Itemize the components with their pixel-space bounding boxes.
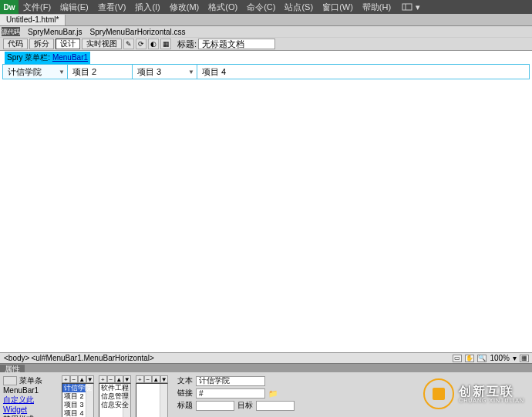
menu-file[interactable]: 文件(F): [19, 0, 56, 14]
add-item-button[interactable]: +: [62, 375, 70, 383]
menubar-item-1[interactable]: 计信学院▼: [3, 65, 68, 79]
related-file-css[interactable]: SpryMenuBarHorizontal.css: [90, 28, 186, 36]
title-input[interactable]: [198, 39, 275, 49]
text-field-label: 文本: [177, 375, 193, 386]
browse-icon[interactable]: ◐: [148, 39, 159, 49]
top-menu: 文件(F) 编辑(E) 查看(V) 插入(I) 修改(M) 格式(O) 命令(C…: [19, 0, 396, 14]
move-up-button[interactable]: ▲: [78, 375, 86, 383]
disable-styles-label[interactable]: 禁用样式: [3, 414, 57, 417]
grid-icon[interactable]: ▦: [520, 355, 529, 362]
watermark-logo-icon: [423, 378, 454, 409]
chevron-down-icon: ▼: [188, 69, 194, 76]
related-file-js[interactable]: SpryMenuBar.js: [28, 28, 82, 36]
menu-view[interactable]: 查看(V): [93, 0, 131, 14]
menu-commands[interactable]: 命令(C): [242, 0, 280, 14]
list-item[interactable]: 计信学院: [62, 384, 93, 392]
move-sub-up-button[interactable]: ▲: [115, 375, 123, 383]
target-field-label: 目标: [237, 400, 253, 411]
add-sub-button[interactable]: +: [99, 375, 107, 383]
menu-site[interactable]: 站点(S): [280, 0, 318, 14]
items-list-3[interactable]: [136, 383, 168, 417]
move-down-button[interactable]: ▼: [86, 375, 95, 383]
widget-name-label: MenuBar1: [3, 386, 57, 395]
hand-tool-icon[interactable]: ✋: [465, 355, 474, 362]
tag-selector-bar: <body><ul#MenuBar1.MenuBarHorizontal> ▭ …: [0, 352, 532, 363]
app-menubar: Dw 文件(F) 编辑(E) 查看(V) 插入(I) 修改(M) 格式(O) 命…: [0, 0, 532, 14]
customize-widget-link[interactable]: 自定义此 Widget: [3, 395, 57, 414]
menubar-item-3[interactable]: 项目 3▼: [133, 65, 197, 79]
view-toolbar: 代码 拆分 设计 实时视图 ✎ ⟳ ◐ ▦ 标题:: [0, 37, 532, 51]
widget-icon: [3, 376, 17, 385]
title-field[interactable]: [196, 401, 234, 411]
view-split-button[interactable]: 拆分: [29, 39, 54, 49]
move-sub2-up-button[interactable]: ▲: [152, 375, 160, 383]
list-item[interactable]: 信息管理: [99, 392, 130, 401]
doc-tab-active[interactable]: Untitled-1.html*: [0, 15, 66, 25]
inspect-icon[interactable]: ✎: [123, 39, 134, 49]
related-files-bar: 源代码 SpryMenuBar.js SpryMenuBarHorizontal…: [0, 26, 532, 37]
watermark-subtext: CHUANG XINTULIAN: [459, 398, 524, 403]
widget-type-label: 菜单条: [19, 376, 42, 385]
select-tool-icon[interactable]: ▭: [453, 355, 462, 362]
link-browse-button[interactable]: 📁: [268, 389, 278, 398]
document-tabs: Untitled-1.html*: [0, 14, 532, 26]
view-design-button[interactable]: 设计: [56, 39, 80, 49]
tag-ul[interactable]: <ul#MenuBar1.MenuBarHorizontal>: [30, 354, 155, 362]
move-sub-down-button[interactable]: ▼: [123, 375, 132, 383]
tag-body[interactable]: <body>: [3, 354, 30, 362]
menubar-item-2[interactable]: 项目 2: [68, 65, 133, 79]
text-field[interactable]: [196, 376, 265, 386]
scrollbar[interactable]: [160, 384, 167, 417]
source-code-icon[interactable]: 源代码: [2, 27, 20, 36]
move-sub2-down-button[interactable]: ▼: [160, 375, 169, 383]
title-field-label: 标题: [177, 400, 193, 411]
spry-menubar: 计信学院▼ 项目 2 项目 3▼ 项目 4: [2, 64, 530, 79]
watermark-text: 创新互联: [459, 385, 524, 398]
remove-item-button[interactable]: −: [70, 375, 79, 383]
properties-header[interactable]: 属性: [0, 363, 532, 372]
remove-sub-button[interactable]: −: [107, 375, 116, 383]
menu-help[interactable]: 帮助(H): [358, 0, 396, 14]
options-icon[interactable]: ▦: [160, 39, 171, 49]
items-list-2[interactable]: 软件工程 信息管理 信息安全: [99, 383, 131, 417]
design-canvas[interactable]: [0, 79, 532, 352]
list-item[interactable]: 信息安全: [99, 401, 130, 409]
zoom-value[interactable]: 100%: [490, 354, 510, 362]
zoom-tool-icon[interactable]: 🔍: [477, 355, 487, 362]
menu-insert[interactable]: 插入(I): [130, 0, 164, 14]
layout-dropdown[interactable]: ▾: [402, 2, 420, 12]
link-field[interactable]: [196, 388, 265, 399]
items-list-1[interactable]: 计信学院 项目 2 项目 3 项目 4: [62, 383, 94, 417]
list-item[interactable]: 软件工程: [99, 384, 130, 392]
chevron-down-icon: ▼: [59, 69, 65, 76]
link-field-label: 链接: [177, 388, 193, 399]
menu-modify[interactable]: 修改(M): [165, 0, 204, 14]
zoom-menu-icon[interactable]: ▾: [513, 354, 517, 362]
menu-window[interactable]: 窗口(W): [318, 0, 358, 14]
spry-widget-tag[interactable]: Spry 菜单栏: MenuBar1: [5, 52, 90, 64]
layout-icon: [402, 3, 412, 11]
menu-format[interactable]: 格式(O): [204, 0, 242, 14]
view-code-button[interactable]: 代码: [3, 39, 28, 49]
target-field[interactable]: [256, 401, 295, 411]
app-logo: Dw: [0, 0, 19, 14]
add-sub2-button[interactable]: +: [136, 375, 144, 383]
menubar-item-4[interactable]: 项目 4: [197, 65, 262, 79]
svg-rect-0: [402, 4, 412, 10]
menu-edit[interactable]: 编辑(E): [56, 0, 93, 14]
view-live-button[interactable]: 实时视图: [82, 39, 122, 49]
watermark: 创新互联 CHUANG XINTULIAN: [423, 378, 524, 409]
title-label: 标题:: [177, 39, 197, 50]
remove-sub2-button[interactable]: −: [144, 375, 153, 383]
refresh-icon[interactable]: ⟳: [136, 39, 146, 49]
